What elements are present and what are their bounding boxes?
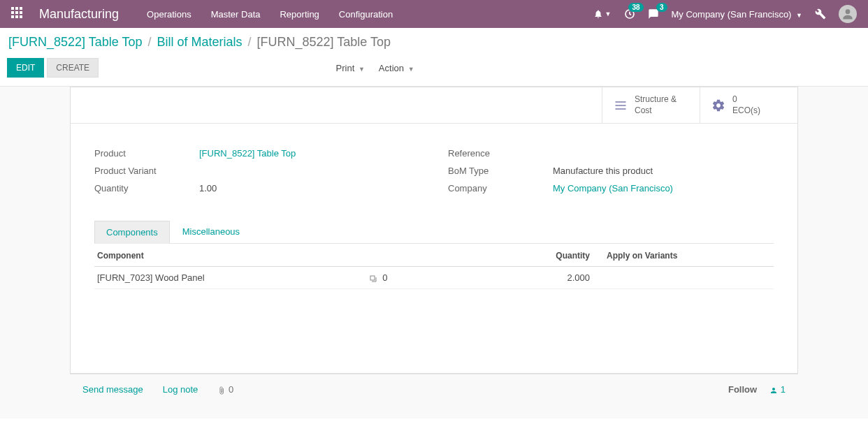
notification-bell-icon[interactable]: ▼ — [593, 9, 612, 19]
company-selector[interactable]: My Company (San Francisco) ▼ — [672, 9, 803, 20]
variant-value — [199, 166, 420, 176]
print-dropdown[interactable]: Print ▼ — [336, 63, 365, 73]
structure-label-1: Structure & — [635, 94, 677, 105]
attach-count: 0 — [229, 384, 233, 395]
forecast-cell: 0 — [366, 267, 502, 289]
breadcrumb-bom-list[interactable]: Bill of Materials — [157, 35, 242, 50]
structure-label-2: Cost — [635, 105, 677, 117]
caret-down-icon: ▼ — [408, 66, 414, 73]
product-label: Product — [94, 148, 199, 159]
gears-icon — [711, 98, 725, 112]
user-avatar[interactable] — [839, 5, 857, 23]
svg-point-1 — [846, 9, 851, 14]
company-value[interactable]: My Company (San Francisco) — [553, 183, 774, 193]
col-component: Component — [94, 244, 366, 267]
caret-down-icon: ▼ — [796, 12, 802, 19]
followers-count: 1 — [781, 384, 786, 395]
svg-rect-2 — [370, 276, 375, 280]
variant-label: Product Variant — [94, 166, 199, 176]
debug-icon[interactable] — [815, 8, 826, 20]
caret-down-icon: ▼ — [605, 10, 612, 17]
eco-label: ECO(s) — [732, 105, 760, 117]
menu-reporting[interactable]: Reporting — [280, 9, 319, 20]
app-title: Manufacturing — [39, 7, 119, 22]
control-panel: EDIT CREATE Print ▼ Action ▼ — [0, 54, 868, 87]
navbar-right: ▼ 38 3 My Company (San Francisco) ▼ — [593, 5, 857, 23]
apply-cell — [604, 267, 774, 289]
bomtype-value: Manufacture this product — [553, 166, 774, 176]
menu-master-data[interactable]: Master Data — [211, 9, 261, 20]
menu-operations[interactable]: Operations — [147, 9, 191, 20]
forecast-value: 0 — [382, 272, 387, 283]
print-label: Print — [336, 63, 355, 73]
form-background: Structure & Cost 0 ECO(s) Product — [0, 87, 868, 418]
activity-badge: 38 — [628, 3, 643, 12]
company-name: My Company (San Francisco) — [672, 9, 792, 20]
structure-cost-button[interactable]: Structure & Cost — [602, 87, 700, 123]
list-icon — [614, 98, 628, 112]
apps-icon[interactable] — [11, 7, 25, 21]
create-button[interactable]: CREATE — [47, 58, 99, 78]
bomtype-label: BoM Type — [448, 166, 553, 176]
product-value[interactable]: [FURN_8522] Table Top — [199, 148, 420, 159]
tab-miscellaneous[interactable]: Miscellaneous — [171, 221, 251, 243]
form-body: Product [FURN_8522] Table Top Product Va… — [71, 124, 797, 204]
eco-count: 0 — [732, 94, 760, 105]
send-message-button[interactable]: Send message — [82, 384, 143, 395]
action-label: Action — [379, 63, 404, 73]
caret-down-icon: ▼ — [359, 66, 365, 73]
form-sheet: Structure & Cost 0 ECO(s) Product — [70, 87, 798, 374]
top-navbar: Manufacturing Operations Master Data Rep… — [0, 0, 868, 28]
forecast-icon[interactable] — [369, 273, 379, 283]
qty-cell: 2.000 — [502, 267, 604, 289]
main-menu: Operations Master Data Reporting Configu… — [147, 9, 593, 20]
follow-button[interactable]: Follow — [728, 384, 757, 395]
breadcrumb-separator: / — [248, 35, 252, 50]
quantity-value: 1.00 — [199, 183, 420, 193]
col-forecast — [366, 244, 502, 267]
log-note-button[interactable]: Log note — [163, 384, 198, 395]
messages-icon[interactable]: 3 — [648, 8, 659, 20]
reference-value — [553, 148, 774, 159]
col-apply: Apply on Variants — [604, 244, 774, 267]
menu-configuration[interactable]: Configuration — [339, 9, 393, 20]
eco-button[interactable]: 0 ECO(s) — [700, 87, 797, 123]
edit-button[interactable]: EDIT — [7, 58, 44, 78]
reference-label: Reference — [448, 148, 553, 159]
company-label: Company — [448, 183, 553, 193]
attachments-button[interactable]: 0 — [217, 384, 233, 395]
table-row[interactable]: [FURN_7023] Wood Panel 0 2.000 — [94, 267, 774, 289]
components-table: Component Quantity Apply on Variants [FU… — [94, 244, 774, 289]
component-cell: [FURN_7023] Wood Panel — [94, 267, 366, 289]
chatter: Send message Log note 0 Follow 1 — [70, 374, 798, 404]
action-dropdown[interactable]: Action ▼ — [379, 63, 414, 73]
breadcrumb-separator: / — [147, 35, 151, 50]
breadcrumb-product[interactable]: [FURN_8522] Table Top — [8, 35, 142, 50]
quantity-label: Quantity — [94, 183, 199, 193]
activity-clock-icon[interactable]: 38 — [624, 8, 635, 20]
breadcrumb: [FURN_8522] Table Top / Bill of Material… — [0, 28, 868, 54]
breadcrumb-current: [FURN_8522] Table Top — [257, 35, 391, 50]
col-quantity: Quantity — [502, 244, 604, 267]
followers-button[interactable]: 1 — [769, 384, 786, 395]
stat-button-box: Structure & Cost 0 ECO(s) — [71, 87, 797, 124]
tabs: Components Miscellaneous Component Quant… — [71, 221, 797, 373]
tab-components[interactable]: Components — [94, 221, 170, 244]
messages-badge: 3 — [656, 3, 667, 12]
